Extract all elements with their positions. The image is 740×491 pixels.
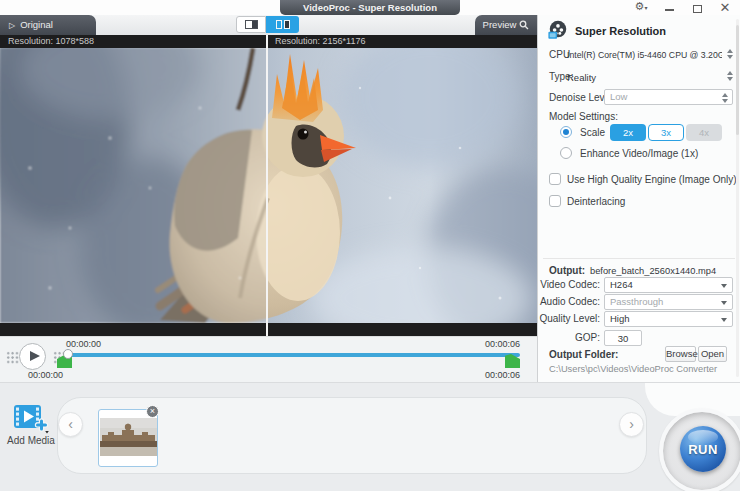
quality-level-select[interactable]: High (604, 311, 733, 327)
panel-scrollbar[interactable] (736, 19, 739, 377)
output-folder-label: Output Folder: (549, 349, 618, 360)
model-settings-label: Model Settings: (549, 111, 618, 122)
play-button[interactable] (19, 343, 46, 370)
single-view-toggle[interactable] (236, 16, 266, 33)
titlebar: VideoProc - Super Resolution ⚙▾ ✕ (0, 0, 740, 15)
divider (543, 258, 735, 259)
type-select[interactable]: Reality (567, 72, 596, 83)
video-codec-select[interactable]: H264 (604, 277, 733, 293)
output-filename: before_batch_2560x1440.mp4 (590, 266, 716, 276)
split-view-toggle[interactable] (266, 16, 299, 33)
preview-button[interactable]: Preview (475, 15, 537, 35)
dropdown-caret-icon (721, 284, 727, 288)
enhance-label: Enhance Video/Image (1x) (580, 148, 698, 159)
scroll-right-button[interactable]: › (619, 412, 644, 437)
player-area: ▷Original Preview Resolution: 1078*588 R… (0, 15, 537, 382)
quality-level-label: Quality Level: (538, 313, 600, 324)
deinterlacing-label: Deinterlacing (567, 196, 625, 207)
add-media-icon (13, 404, 49, 434)
timeline: 00:00:00 00:00:06 00:00:00 00:00:06 (0, 336, 537, 382)
denoise-select[interactable]: Low (604, 89, 733, 105)
gop-label: GOP: (538, 332, 600, 343)
triangle-right-icon: ▷ (9, 16, 15, 36)
video-codec-label: Video Codec: (538, 279, 600, 290)
current-time-label: 00:00:00 (28, 370, 63, 380)
type-spinner-icon[interactable] (726, 71, 734, 81)
close-button[interactable]: ✕ (716, 0, 734, 15)
output-path: C:\Users\pc\Videos\VideoProc Converter (549, 364, 717, 374)
scale-label: Scale (580, 127, 605, 138)
settings-gear-icon[interactable]: ⚙▾ (632, 0, 650, 16)
run-button[interactable]: RUN (680, 426, 726, 472)
settings-panel: Super Resolution CPU Intel(R) Core(TM) i… (537, 15, 740, 382)
play-icon (30, 351, 40, 361)
compare-divider[interactable] (266, 35, 268, 336)
duration-label: 00:00:06 (455, 370, 520, 380)
cpu-select[interactable]: Intel(R) Core(TM) i5-4460 CPU @ 3.20GHz (567, 50, 722, 60)
video-bottom-bar (0, 323, 537, 336)
dropdown-caret-icon (721, 318, 727, 322)
quality-level-row: Quality Level: High (538, 313, 740, 330)
drag-grip-icon[interactable] (6, 351, 19, 364)
scale-2x-button[interactable]: 2x (610, 124, 646, 141)
resolution-bar: Resolution: 1078*588 Resolution: 2156*11… (0, 35, 537, 48)
resolution-label-enhanced: Resolution: 2156*1176 (267, 35, 537, 48)
browse-button[interactable]: Browse (665, 346, 696, 362)
split-view-icon (276, 20, 282, 29)
output-label: Output: (549, 265, 585, 276)
hq-engine-checkbox[interactable] (549, 173, 561, 185)
video-preview-bird-image (0, 48, 537, 323)
window-controls: ⚙▾ ✕ (632, 0, 734, 15)
media-bar: Add Media ‹ × › RUN (0, 382, 740, 491)
cpu-spinner-icon[interactable] (726, 49, 734, 59)
videoproc-window: VideoProc - Super Resolution ⚙▾ ✕ ▷Origi… (0, 0, 740, 491)
scale-4x-button[interactable]: 4x (686, 124, 722, 141)
panel-title: Super Resolution (575, 25, 666, 37)
media-thumbnail[interactable] (98, 409, 158, 467)
add-media-button[interactable]: Add Media (2, 435, 60, 446)
player-toolbar: ▷Original Preview (0, 15, 537, 35)
magnifier-icon (519, 20, 529, 30)
seek-track[interactable] (68, 353, 520, 357)
scale-3x-button[interactable]: 3x (648, 124, 684, 141)
enhance-radio[interactable] (560, 147, 572, 159)
playhead-knob[interactable] (63, 349, 73, 359)
trim-start-label: 00:00:00 (66, 339, 101, 349)
gop-input[interactable] (604, 330, 642, 346)
single-view-icon (245, 20, 258, 29)
resolution-label-original: Resolution: 1078*588 (0, 35, 267, 48)
scroll-left-button[interactable]: ‹ (58, 412, 83, 437)
audio-codec-select[interactable]: Passthrough (604, 294, 733, 310)
audio-codec-label: Audio Codec: (538, 296, 600, 307)
film-reel-icon (547, 19, 569, 41)
dropdown-caret-icon (721, 301, 727, 305)
thumbnail-close-icon[interactable]: × (146, 405, 159, 418)
denoise-spinner-icon (721, 93, 729, 103)
window-title: VideoProc - Super Resolution (280, 0, 460, 15)
deinterlacing-checkbox[interactable] (549, 195, 561, 207)
scale-radio[interactable] (560, 126, 572, 138)
thumbnail-building-image (100, 418, 157, 456)
hq-engine-label: Use High Quality Engine (Image Only) (567, 174, 737, 185)
open-button[interactable]: Open (698, 346, 727, 362)
trim-end-label: 00:00:06 (455, 339, 520, 349)
tab-original[interactable]: ▷Original (0, 15, 96, 35)
